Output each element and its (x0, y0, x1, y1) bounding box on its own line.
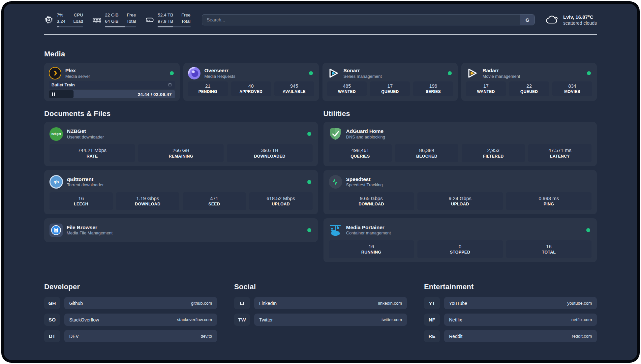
stat-tile: 471SEED (183, 192, 246, 210)
topbar: 7% 3.24 CPU Load (44, 12, 597, 28)
header-divider (44, 34, 597, 35)
memory-progressbar (105, 26, 136, 27)
radarr-icon (466, 67, 478, 79)
bookmark-url: stackoverflow.com (177, 317, 212, 322)
status-dot-online (448, 71, 452, 75)
weather-condition: scattered clouds (563, 20, 597, 26)
stat-tile: 21PENDING (188, 81, 228, 96)
bookmark-abbr: YT (424, 297, 440, 309)
bookmark-abbr: TW (234, 314, 250, 326)
bookmark-url: dev.to (201, 334, 212, 339)
app-description: Speedtest Tracking (346, 182, 383, 188)
bookmark-youtube[interactable]: YT YouTube youtube.com (424, 297, 597, 309)
bookmark-url: twitter.com (382, 317, 402, 322)
stat-tile: 945AVAILABLE (274, 81, 314, 96)
section-title-media: Media (44, 50, 597, 58)
app-description: Container management (346, 230, 391, 236)
bookmark-name: Github (69, 301, 83, 306)
memory-total: 64 GiB (105, 18, 118, 24)
now-playing-bar: Bullet Train (49, 81, 175, 89)
bookmark-url: github.com (191, 301, 212, 306)
app-name: Plex (65, 67, 90, 74)
documents-column: Documents & Files nzbget NZBGet Usenet d… (44, 109, 318, 242)
storage-total-label: Total (181, 18, 191, 24)
stat-tile: 47.571 msLATENCY (528, 144, 592, 162)
status-dot-online (587, 71, 591, 75)
bookmark-abbr: SO (44, 314, 60, 326)
stat-tile: 1.19 GbpsDOWNLOAD (116, 192, 179, 210)
weather-location: Lviv, 16.87°C (563, 14, 597, 20)
app-name: Overseerr (204, 67, 235, 74)
bookmark-netflix[interactable]: NF Netflix netflix.com (424, 314, 597, 326)
stat-tile: 39.6 TBDOWNLOADED (227, 144, 312, 162)
app-description: Movie management (482, 74, 520, 79)
app-name: Sonarr (344, 67, 382, 74)
playback-progressbar: 24:44 / 02:06:47 (49, 90, 175, 98)
bookmark-abbr: NF (424, 314, 440, 326)
app-card-portainer[interactable]: Media Portainer Container management 16R… (323, 218, 597, 262)
app-card-adguard[interactable]: AdGuard Home DNS and adblocking 498,461Q… (323, 122, 597, 166)
bookmark-linkedin[interactable]: LI LinkedIn linkedin.com (234, 297, 407, 309)
app-description: Media Requests (204, 74, 235, 79)
nzbget-icon: nzbget (49, 127, 63, 141)
storage-free-label: Free (181, 12, 191, 18)
status-dot-online (307, 180, 311, 184)
social-column: Social LI LinkedIn linkedin.com TW Twitt… (234, 283, 407, 347)
app-card-filebrowser[interactable]: File Browser Media File Management (44, 218, 318, 242)
section-title-utilities: Utilities (323, 109, 597, 118)
system-stats: 7% 3.24 CPU Load (44, 12, 191, 27)
stat-tile: 86,384BLOCKED (395, 144, 458, 162)
cpu-load: 3.24 (57, 18, 65, 24)
app-name: Media Portainer (346, 224, 391, 230)
section-title-social: Social (234, 283, 407, 291)
session-settings-icon[interactable] (168, 82, 172, 87)
bookmark-abbr: LI (234, 297, 250, 309)
storage-free: 52.4 TB (158, 12, 173, 18)
adguard-icon (329, 127, 342, 141)
memory-total-label: Total (127, 18, 136, 24)
cpu-icon (44, 15, 53, 24)
app-card-speedtest[interactable]: Speedtest Speedtest Tracking 9.65 GbpsDO… (323, 170, 597, 214)
stat-tile: 618.52 MbpsUPLOAD (249, 192, 313, 210)
bookmark-url: linkedin.com (378, 301, 402, 306)
storage-progressbar (158, 26, 191, 27)
app-card-qbittorrent[interactable]: qb qBittorrent Torrent downloader 16LEEC… (44, 170, 318, 214)
pause-icon[interactable] (52, 92, 55, 96)
app-description: Media File Management (67, 230, 112, 236)
status-dot-online (307, 228, 311, 232)
app-card-radarr[interactable]: Radarr Movie management 17WANTED 22QUEUE… (461, 63, 597, 101)
bookmark-name: Twitter (259, 317, 273, 322)
bookmark-stackoverflow[interactable]: SO StackOverflow stackoverflow.com (44, 314, 217, 326)
bookmark-reddit[interactable]: RE Reddit reddit.com (424, 330, 597, 342)
bookmark-url: reddit.com (572, 334, 592, 339)
app-card-overseerr[interactable]: Overseerr Media Requests 21PENDING 40APP… (183, 63, 319, 101)
filebrowser-icon (49, 224, 63, 237)
bookmark-dev[interactable]: DT DEV dev.to (44, 330, 217, 342)
stat-tile: 834MOVIES (552, 81, 592, 96)
app-card-sonarr[interactable]: Sonarr Series management 485WANTED 17QUE… (322, 63, 458, 101)
utilities-column: Utilities AdGuard Home DNS and adblockin… (323, 109, 597, 262)
search-engine-button[interactable]: G (520, 15, 534, 25)
status-dot-online (170, 71, 174, 75)
stat-tile: 17QUEUED (370, 81, 410, 96)
app-name: Speedtest (346, 176, 383, 182)
bookmark-name: LinkedIn (259, 301, 277, 306)
stat-tile: 9.24 GbpsUPLOAD (417, 192, 503, 210)
stat-tile: 485WANTED (327, 81, 367, 96)
search-input[interactable] (202, 15, 520, 25)
section-title-documents: Documents & Files (44, 109, 318, 118)
section-title-entertainment: Entertainment (424, 283, 597, 291)
storage-stat: 52.4 TB 97.9 TB Free Total (145, 12, 191, 27)
memory-free: 22 GiB (105, 12, 118, 18)
bookmark-name: Netflix (449, 317, 462, 322)
bookmark-twitter[interactable]: TW Twitter twitter.com (234, 314, 407, 326)
stat-tile: 0.993 msPING (506, 192, 592, 210)
bookmark-name: YouTube (449, 301, 467, 306)
app-card-plex[interactable]: Plex Media server Bullet Train 24:44 / 0… (44, 63, 180, 101)
app-card-nzbget[interactable]: nzbget NZBGet Usenet downloader 744.21 M… (44, 122, 318, 166)
bookmark-github[interactable]: GH Github github.com (44, 297, 217, 309)
bookmark-name: Reddit (449, 334, 462, 339)
bookmark-abbr: DT (44, 330, 60, 342)
app-name: qBittorrent (67, 176, 104, 182)
app-description: DNS and adblocking (346, 135, 385, 140)
